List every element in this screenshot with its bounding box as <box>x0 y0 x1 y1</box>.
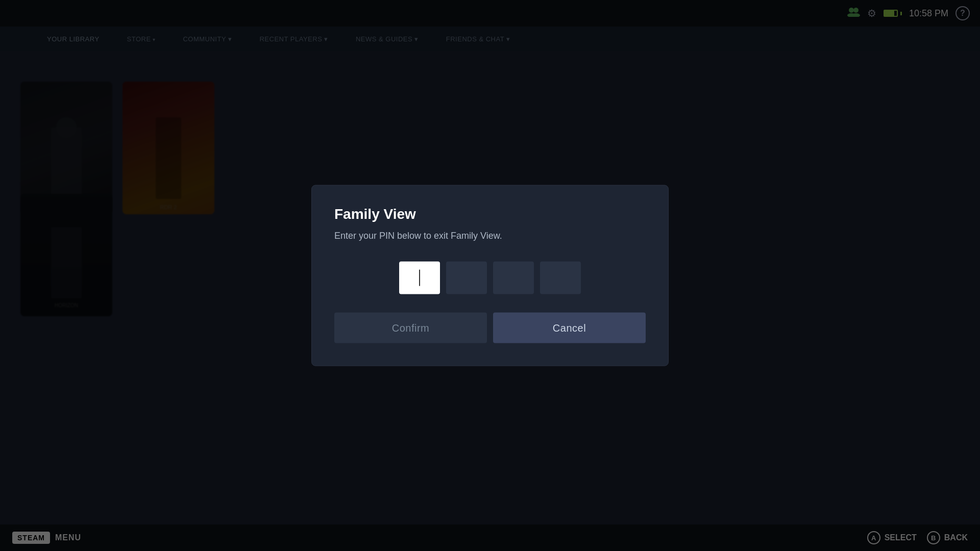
dialog-subtitle: Enter your PIN below to exit Family View… <box>334 231 646 241</box>
pin-box-3[interactable] <box>493 262 534 294</box>
dialog-title: Family View <box>334 206 646 222</box>
confirm-button[interactable]: Confirm <box>334 313 487 343</box>
dialog-button-row: Confirm Cancel <box>334 313 646 343</box>
pin-input-row <box>334 262 646 294</box>
pin-box-2[interactable] <box>446 262 487 294</box>
pin-box-4[interactable] <box>540 262 581 294</box>
family-view-dialog: Family View Enter your PIN below to exit… <box>311 185 669 366</box>
cancel-button[interactable]: Cancel <box>493 313 646 343</box>
pin-box-1[interactable] <box>399 262 440 294</box>
